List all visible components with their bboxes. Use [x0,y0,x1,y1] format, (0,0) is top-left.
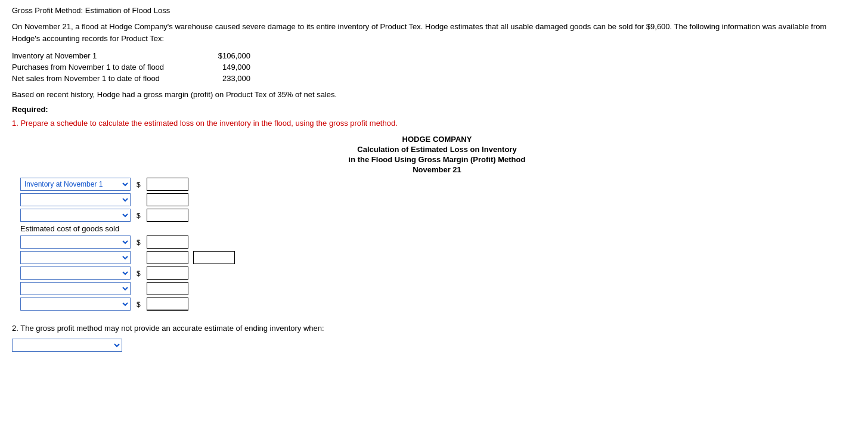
data-label-1: Inventory at November 1 [12,51,191,60]
input-cell-5b[interactable] [191,250,237,265]
dollar-2 [133,192,144,207]
dropdown-cell-2[interactable]: Inventory at November 1 Purchases from N… [18,192,133,207]
data-row-2: Purchases from November 1 to date of flo… [12,63,856,72]
input-5b[interactable] [193,251,235,264]
dollar-7 [133,281,144,296]
input-7[interactable] [147,282,188,295]
table-row: Inventory at November 1 Purchases from N… [18,234,237,250]
empty-3 [191,207,237,223]
dollar-1: $ [133,176,144,192]
table-row: Inventory at November 1 Purchases from N… [18,265,237,281]
dropdown-cell-1[interactable]: Inventory at November 1 Purchases from N… [18,176,133,192]
question-1-text: 1. Prepare a schedule to calculate the e… [12,119,856,128]
dropdown-5[interactable]: Inventory at November 1 Purchases from N… [20,251,131,264]
company-name: HODGE COMPANY [18,135,856,144]
company-subtitle2: in the Flood Using Gross Margin (Profit)… [18,155,856,164]
table-row: Inventory at November 1 Purchases from N… [18,176,237,192]
dropdown-2[interactable]: Inventory at November 1 Purchases from N… [20,193,131,206]
dollar-8: $ [133,296,144,312]
table-row: Inventory at November 1 Purchases from N… [18,281,237,296]
question-2-text: 2. The gross profit method may not provi… [12,324,856,333]
data-label-2: Purchases from November 1 to date of flo… [12,63,191,72]
input-cell-3[interactable] [144,207,191,223]
margin-text: Based on recent history, Hodge had a gro… [12,90,856,99]
table-row: Inventory at November 1 Purchases from N… [18,296,237,312]
input-1[interactable] [147,178,188,191]
table-row: Inventory at November 1 Purchases from N… [18,207,237,223]
dropdown-cell-4[interactable]: Inventory at November 1 Purchases from N… [18,234,133,250]
dropdown-cell-5[interactable]: Inventory at November 1 Purchases from N… [18,250,133,265]
dropdown-7[interactable]: Inventory at November 1 Purchases from N… [20,282,131,295]
dropdown-3[interactable]: Inventory at November 1 Purchases from N… [20,209,131,222]
table-row: Inventory at November 1 Purchases from N… [18,250,237,265]
input-6[interactable] [147,266,188,280]
input-cell-4[interactable] [144,234,191,250]
page-title: Gross Profit Method: Estimation of Flood… [12,6,856,15]
schedule-container: HODGE COMPANY Calculation of Estimated L… [18,135,856,312]
empty-7 [191,281,237,296]
intro-paragraph: On November 21, a flood at Hodge Company… [12,21,856,44]
dropdown-cell-3[interactable]: Inventory at November 1 Purchases from N… [18,207,133,223]
empty-2 [191,192,237,207]
company-subtitle3: November 21 [18,165,856,174]
data-row-1: Inventory at November 1 $106,000 [12,51,856,60]
input-cell-5a[interactable] [144,250,191,265]
data-label-3: Net sales from November 1 to date of flo… [12,74,191,83]
input-cell-6[interactable] [144,265,191,281]
empty-8 [191,296,237,312]
dropdown-cell-8[interactable]: Inventory at November 1 Purchases from N… [18,296,133,312]
dollar-4: $ [133,234,144,250]
dropdown-1[interactable]: Inventory at November 1 Purchases from N… [20,178,131,191]
dropdown-4[interactable]: Inventory at November 1 Purchases from N… [20,235,131,249]
table-row: Inventory at November 1 Purchases from N… [18,192,237,207]
input-4[interactable] [147,235,188,249]
input-5a[interactable] [147,251,188,264]
company-subtitle1: Calculation of Estimated Loss on Invento… [18,145,856,154]
q2-dropdown-container[interactable]: The gross margin percentage has changed … [12,339,856,352]
empty-4 [191,234,237,250]
schedule-table: Inventory at November 1 Purchases from N… [18,176,237,312]
q2-dropdown[interactable]: The gross margin percentage has changed … [12,339,122,352]
data-row-3: Net sales from November 1 to date of flo… [12,74,856,83]
dropdown-cell-6[interactable]: Inventory at November 1 Purchases from N… [18,265,133,281]
input-8[interactable] [147,297,188,311]
dropdown-6[interactable]: Inventory at November 1 Purchases from N… [20,266,131,280]
inventory-data-table: Inventory at November 1 $106,000 Purchas… [12,51,856,83]
data-value-1: $106,000 [191,51,250,60]
dollar-6: $ [133,265,144,281]
input-cell-8[interactable] [144,296,191,312]
empty-1 [191,176,237,192]
input-3[interactable] [147,209,188,222]
dollar-3: $ [133,207,144,223]
data-value-3: 233,000 [191,74,250,83]
empty-6 [191,265,237,281]
dollar-5 [133,250,144,265]
input-cell-1[interactable] [144,176,191,192]
input-cell-7[interactable] [144,281,191,296]
dropdown-8[interactable]: Inventory at November 1 Purchases from N… [20,297,131,311]
dropdown-cell-7[interactable]: Inventory at November 1 Purchases from N… [18,281,133,296]
data-value-2: 149,000 [191,63,250,72]
required-label: Required: [12,105,856,114]
input-2[interactable] [147,193,188,206]
input-cell-2[interactable] [144,192,191,207]
estimated-label: Estimated cost of goods sold [18,223,237,234]
estimated-cogs-row: Estimated cost of goods sold [18,223,237,234]
